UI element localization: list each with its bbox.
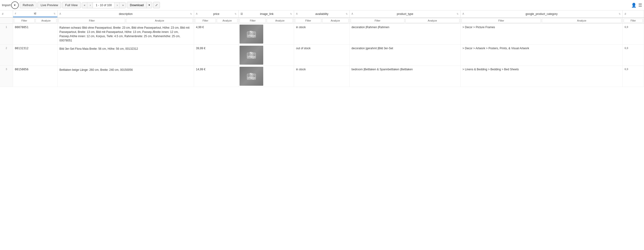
camera-svg bbox=[247, 72, 256, 80]
col-label-description: description bbox=[119, 12, 133, 16]
col-header-last: # bbox=[622, 10, 644, 17]
refresh-button[interactable]: Refresh bbox=[20, 2, 37, 8]
col-header-google-product-category[interactable]: A google_product_category ⇅ bbox=[460, 10, 622, 17]
filter-availability: Filter Analyze bbox=[294, 17, 350, 24]
toolbar: Import ▾ Refresh Live Preview Full View … bbox=[0, 0, 644, 10]
table-container: # # id ⇅ A description ⇅ bbox=[0, 10, 644, 250]
data-table: # # id ⇅ A description ⇅ bbox=[0, 10, 644, 87]
col-label-image-link: image_link bbox=[260, 12, 274, 16]
table-row: 200132312Bild 3er-Set Flora Maia Breite:… bbox=[0, 45, 644, 66]
col-sort-desc[interactable]: ⇅ bbox=[190, 12, 192, 15]
first-page-button[interactable]: « bbox=[82, 2, 88, 8]
col-label-availability: availability bbox=[315, 12, 328, 16]
description-cell: Bild 3er-Set Flora Maia Breite: 56 cm, H… bbox=[57, 45, 194, 66]
col-label-id: id bbox=[34, 12, 36, 15]
col-type-image: 🖼 bbox=[240, 12, 243, 15]
filter-id: Filter Analyze bbox=[13, 17, 57, 24]
filter-id-button[interactable]: Filter bbox=[14, 18, 35, 23]
svg-rect-8 bbox=[250, 52, 252, 53]
column-header-row: # # id ⇅ A description ⇅ bbox=[0, 10, 644, 17]
menu-icon[interactable]: ☰ bbox=[638, 2, 642, 8]
prev-page-button[interactable]: ‹ bbox=[88, 2, 93, 8]
chevron-down-icon: ▾ bbox=[14, 3, 16, 7]
svg-rect-13 bbox=[250, 73, 252, 74]
live-preview-button[interactable]: Live Preview bbox=[38, 2, 61, 8]
filter-gcat-button[interactable]: Filter bbox=[462, 18, 541, 23]
filter-last-button[interactable]: Filter bbox=[624, 19, 643, 23]
expand-button[interactable]: ⤢ bbox=[153, 2, 160, 8]
col-header-product-type[interactable]: A product_type ⇅ bbox=[350, 10, 460, 17]
table-row: 300150056Bettlaken beige Länge: 260 cm, … bbox=[0, 66, 644, 87]
col-type-ptype: A bbox=[352, 12, 353, 15]
table-row: 100078051Rahmen schwarz Bild ohne Passep… bbox=[0, 24, 644, 45]
camera-svg bbox=[247, 30, 256, 38]
last-num-cell: 6,9 bbox=[622, 45, 644, 66]
no-image-placeholder: NoImage bbox=[240, 67, 263, 86]
analyze-avail-button[interactable]: Analyze bbox=[322, 18, 348, 23]
col-header-description[interactable]: A description ⇅ bbox=[57, 10, 194, 17]
filter-image-button[interactable]: Filter bbox=[240, 18, 266, 23]
col-sort-ptype[interactable]: ⇅ bbox=[456, 12, 458, 15]
id-cell: 00150056 bbox=[13, 66, 57, 87]
svg-rect-3 bbox=[250, 31, 252, 32]
pagination: « ‹ 1 - 10 of 100 › » bbox=[82, 2, 126, 8]
product-type-cell: decoration |gerahmt |Bild 3er-Set bbox=[350, 45, 460, 66]
col-header-price[interactable]: A price ⇅ bbox=[194, 10, 238, 17]
analyze-ptype-button[interactable]: Analyze bbox=[406, 18, 460, 23]
col-label-price: price bbox=[213, 12, 220, 16]
col-sort-image[interactable]: ⇅ bbox=[290, 12, 292, 15]
download-arrow-button[interactable]: ▾ bbox=[147, 2, 152, 8]
product-type-cell: bedroom |Bettlaken & Spannbettlaken |Bet… bbox=[350, 66, 460, 87]
filter-avail-button[interactable]: Filter bbox=[295, 18, 321, 23]
col-header-id[interactable]: # id ⇅ bbox=[13, 10, 57, 17]
filter-last: Filter bbox=[622, 17, 644, 24]
filter-price: Filter Analyze bbox=[194, 17, 238, 24]
analyze-id-button[interactable]: Analyze bbox=[36, 18, 56, 23]
category-cell: > Linens & Bedding > Bedding > Bed Sheet… bbox=[460, 66, 622, 87]
svg-point-2 bbox=[250, 34, 252, 35]
col-label-google-product-category: google_product_category bbox=[526, 12, 558, 16]
col-sort-id[interactable]: ⇅ bbox=[54, 12, 56, 15]
last-page-button[interactable]: » bbox=[120, 2, 126, 8]
analyze-price-button[interactable]: Analyze bbox=[217, 18, 238, 23]
page-info: 1 - 10 of 100 bbox=[93, 2, 114, 8]
full-view-button[interactable]: Full View bbox=[62, 2, 81, 8]
image-cell: NoImage bbox=[238, 45, 294, 66]
analyze-desc-button[interactable]: Analyze bbox=[126, 18, 193, 23]
col-header-availability[interactable]: A availability ⇅ bbox=[294, 10, 350, 17]
product-type-cell: decoration |Rahmen |Rahmen bbox=[350, 24, 460, 45]
filter-product-type: Filter Analyze bbox=[350, 17, 460, 24]
image-cell: NoImage bbox=[238, 24, 294, 45]
last-col-label: # bbox=[624, 12, 626, 16]
filter-description: Filter Analyze bbox=[57, 17, 194, 24]
description-cell: Rahmen schwarz Bild ohne Passepartout, B… bbox=[57, 24, 194, 45]
col-sort-price[interactable]: ⇅ bbox=[234, 12, 236, 15]
last-num-cell: 6,9 bbox=[622, 66, 644, 87]
analyze-image-button[interactable]: Analyze bbox=[267, 18, 293, 23]
filter-price-button[interactable]: Filter bbox=[195, 18, 216, 23]
filter-ptype-button[interactable]: Filter bbox=[351, 18, 405, 23]
table-body: 100078051Rahmen schwarz Bild ohne Passep… bbox=[0, 24, 644, 87]
user-icon[interactable]: 👤 bbox=[631, 2, 636, 8]
row-num-cell: 1 bbox=[0, 24, 13, 45]
download-button[interactable]: Download bbox=[127, 2, 147, 8]
col-header-image-link[interactable]: 🖼 image_link ⇅ bbox=[238, 10, 294, 17]
last-num-cell: 6,9 bbox=[622, 24, 644, 45]
no-image-placeholder: NoImage bbox=[240, 25, 263, 43]
filter-desc-button[interactable]: Filter bbox=[58, 18, 125, 23]
svg-point-12 bbox=[250, 76, 252, 78]
import-label[interactable]: Import bbox=[2, 3, 11, 7]
col-header-rownum: # bbox=[0, 10, 13, 17]
filter-rownum bbox=[0, 17, 13, 24]
col-type-price: A bbox=[196, 12, 198, 15]
filter-row: Filter Analyze Filter Analyze Filter Ana… bbox=[0, 17, 644, 24]
col-sort-gcat[interactable]: ⇅ bbox=[619, 12, 620, 15]
filter-image: Filter Analyze bbox=[238, 17, 294, 24]
download-group: Download ▾ bbox=[127, 2, 152, 8]
category-cell: > Decor > Picture Frames bbox=[460, 24, 622, 45]
analyze-gcat-button[interactable]: Analyze bbox=[542, 18, 622, 23]
import-section: Import ▾ bbox=[2, 1, 19, 9]
col-sort-avail[interactable]: ⇅ bbox=[346, 12, 348, 15]
next-page-button[interactable]: › bbox=[115, 2, 120, 8]
import-dropdown-button[interactable]: ▾ bbox=[11, 1, 19, 9]
